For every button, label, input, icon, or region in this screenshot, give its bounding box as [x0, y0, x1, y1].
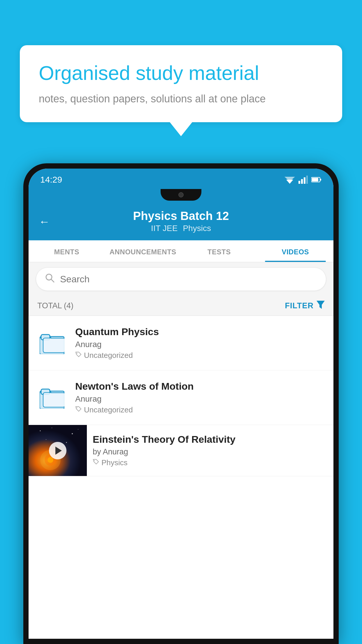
phone-frame: 14:29 [23, 163, 339, 644]
tab-announcements[interactable]: ANNOUNCEMENTS [105, 240, 181, 262]
svg-rect-18 [43, 393, 64, 407]
svg-rect-3 [301, 179, 303, 184]
svg-point-24 [78, 429, 78, 430]
svg-point-15 [77, 353, 78, 354]
svg-point-25 [46, 439, 46, 440]
thumb-author: by Anurag [93, 447, 319, 456]
status-icons [284, 176, 322, 184]
app-header: ← Physics Batch 12 IIT JEE Physics [29, 203, 333, 240]
item-text: Newton's Laws of Motion Anurag Uncategor… [75, 381, 325, 414]
item-title: Newton's Laws of Motion [75, 381, 325, 392]
list-item[interactable]: Quantum Physics Anurag Uncategorized [29, 316, 333, 370]
search-input-wrap[interactable] [36, 267, 326, 291]
item-tag: Uncategorized [75, 351, 325, 360]
tag-icon [75, 405, 82, 414]
tag-icon [93, 458, 99, 467]
speech-bubble-subtitle: notes, question papers, solutions all at… [39, 92, 323, 106]
total-count: TOTAL (4) [37, 301, 73, 310]
svg-point-21 [40, 430, 41, 431]
folder-icon [40, 387, 64, 409]
svg-point-19 [77, 407, 78, 408]
thumbnail-wrap [29, 425, 87, 476]
filter-row: TOTAL (4) FILTER [29, 296, 333, 316]
search-icon [45, 273, 55, 285]
item-author: Anurag [75, 340, 325, 349]
tab-videos[interactable]: VIDEOS [257, 240, 334, 262]
video-list: Quantum Physics Anurag Uncategorized [29, 316, 333, 639]
header-title: Physics Batch 12 [133, 209, 229, 223]
back-button[interactable]: ← [39, 216, 50, 228]
svg-rect-7 [320, 179, 321, 181]
speech-bubble: Organised study material notes, question… [20, 45, 342, 122]
item-tag: Uncategorized [75, 405, 325, 414]
svg-rect-2 [298, 181, 300, 184]
filter-label: FILTER [285, 301, 314, 310]
signal-icon [298, 176, 308, 184]
folder-icon [40, 332, 64, 354]
svg-rect-14 [43, 338, 64, 353]
svg-point-23 [72, 433, 73, 434]
svg-rect-5 [306, 176, 308, 184]
phone-inner: 14:29 [29, 169, 333, 639]
play-button[interactable] [49, 442, 66, 459]
svg-marker-1 [284, 177, 295, 181]
search-input[interactable] [60, 274, 317, 285]
header-subtitle-physics: Physics [183, 224, 211, 233]
item-icon-wrap [37, 328, 66, 358]
svg-point-26 [66, 442, 67, 443]
speech-bubble-title: Organised study material [39, 61, 323, 85]
notch-area [29, 189, 333, 203]
header-subtitle: IIT JEE Physics [151, 224, 211, 233]
notch [161, 189, 201, 201]
svg-line-10 [51, 279, 54, 282]
filter-funnel-icon [317, 301, 325, 311]
svg-point-22 [52, 428, 52, 428]
thumb-tag: Physics [93, 458, 319, 467]
thumb-text: Einstein's Theory Of Relativity by Anura… [87, 428, 325, 473]
item-title: Quantum Physics [75, 326, 325, 337]
svg-marker-11 [317, 301, 325, 309]
search-container [29, 262, 333, 296]
tag-icon [75, 351, 82, 360]
status-bar: 14:29 [29, 169, 333, 189]
svg-point-30 [94, 460, 95, 461]
header-subtitle-iitjee: IIT JEE [151, 224, 178, 233]
thumb-title: Einstein's Theory Of Relativity [93, 434, 319, 445]
item-text: Quantum Physics Anurag Uncategorized [75, 326, 325, 360]
list-item[interactable]: Newton's Laws of Motion Anurag Uncategor… [29, 370, 333, 425]
tab-tests[interactable]: TESTS [181, 240, 257, 262]
status-time: 14:29 [40, 175, 62, 185]
battery-icon [311, 176, 322, 183]
svg-rect-8 [312, 178, 318, 181]
play-triangle-icon [55, 447, 62, 455]
camera-dot [178, 192, 184, 197]
svg-point-29 [48, 457, 53, 463]
item-icon-wrap [37, 383, 66, 412]
tab-ments[interactable]: MENTS [29, 240, 105, 262]
item-author: Anurag [75, 394, 325, 404]
wifi-icon [284, 176, 295, 184]
tabs-bar: MENTS ANNOUNCEMENTS TESTS VIDEOS [29, 240, 333, 262]
filter-button[interactable]: FILTER [285, 301, 325, 311]
list-item-thumb[interactable]: Einstein's Theory Of Relativity by Anura… [29, 425, 333, 476]
svg-rect-4 [304, 177, 305, 184]
